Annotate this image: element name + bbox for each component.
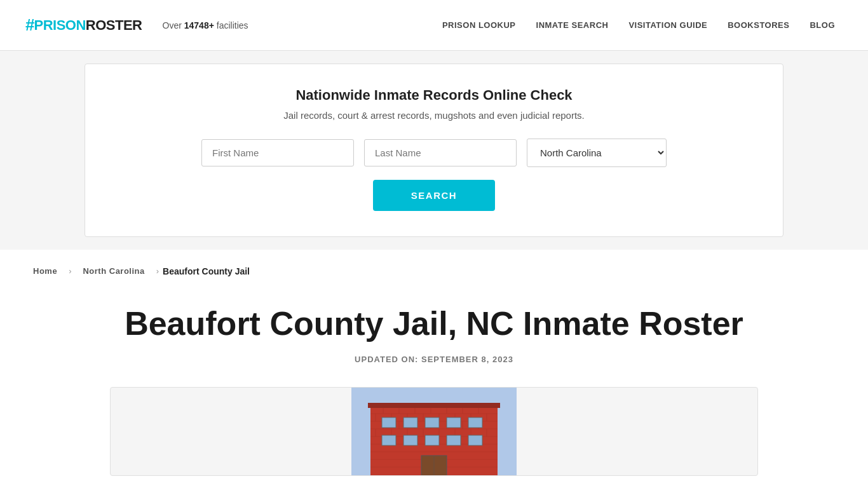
breadcrumb-separator-2: › [156,266,159,276]
breadcrumb-state[interactable]: North Carolina [75,261,152,281]
breadcrumb-separator-1: › [69,266,71,276]
site-header: # PRISON ROSTER Over 14748+ facilities P… [0,0,868,51]
main-content: Beaufort County Jail, NC Inmate Roster U… [85,292,783,488]
nav-blog[interactable]: BLOG [802,15,843,35]
search-widget-title: Nationwide Inmate Records Online Check [111,87,757,104]
site-logo[interactable]: # PRISON ROSTER [25,15,142,35]
nav-prison-lookup[interactable]: PRISON LOOKUP [435,15,524,35]
svg-rect-52 [368,403,500,408]
building-image [351,387,517,476]
svg-rect-40 [382,417,396,428]
svg-rect-48 [447,435,461,445]
search-fields-row: AlabamaAlaskaArizonaArkansasCaliforniaCo… [111,139,757,167]
svg-rect-43 [447,417,461,428]
page-title: Beaufort County Jail, NC Inmate Roster [110,305,758,343]
svg-rect-49 [468,435,482,445]
state-select[interactable]: AlabamaAlaskaArizonaArkansasCaliforniaCo… [527,139,667,167]
svg-rect-44 [468,417,482,428]
facilities-count-text: Over 14748+ facilities [163,20,248,30]
search-widget-area: Nationwide Inmate Records Online Check J… [0,51,868,250]
svg-rect-46 [403,435,417,445]
breadcrumb-current: Beaufort County Jail [163,266,250,276]
logo-roster: ROSTER [86,17,142,34]
first-name-input[interactable] [201,139,354,166]
search-widget-subtitle: Jail records, court & arrest records, mu… [111,110,757,121]
breadcrumb-home[interactable]: Home [25,261,65,281]
svg-rect-41 [403,417,417,428]
svg-rect-45 [382,435,396,445]
nav-inmate-search[interactable]: INMATE SEARCH [529,15,616,35]
nav-bookstores[interactable]: BOOKSTORES [720,15,797,35]
last-name-input[interactable] [364,139,517,166]
logo-hash: # [25,15,34,35]
search-button[interactable]: SEARCH [373,180,495,211]
nav-visitation-guide[interactable]: VISITATION GUIDE [621,15,715,35]
svg-rect-42 [425,417,439,428]
logo-prison: PRISON [34,17,85,34]
breadcrumb: Home › North Carolina › Beaufort County … [0,250,868,292]
svg-rect-47 [425,435,439,445]
facilities-number: 14748+ [184,20,214,30]
search-widget: Nationwide Inmate Records Online Check J… [85,64,783,237]
building-image-wrap [110,387,758,476]
search-button-wrap: SEARCH [111,180,757,211]
main-nav: PRISON LOOKUP INMATE SEARCH VISITATION G… [435,15,843,35]
updated-label: UPDATED ON: SEPTEMBER 8, 2023 [110,355,758,364]
